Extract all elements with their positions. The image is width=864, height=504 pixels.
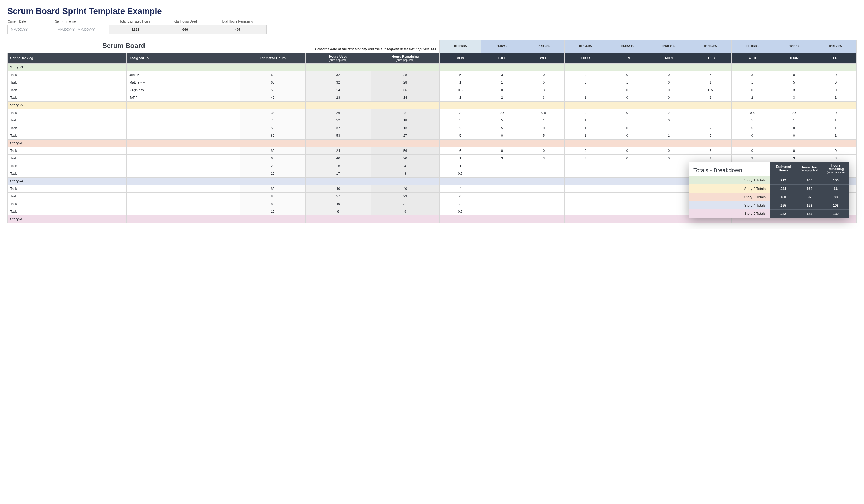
hours-cell[interactable]: 3 xyxy=(523,86,564,94)
hours-cell[interactable] xyxy=(607,170,648,177)
hours-cell[interactable]: 5 xyxy=(732,124,773,132)
hours-cell[interactable]: 1 xyxy=(439,94,481,101)
hours-cell[interactable]: 1 xyxy=(732,79,773,86)
task-name-cell[interactable]: Task xyxy=(8,71,127,79)
task-name-cell[interactable]: Task xyxy=(8,192,127,200)
estimated-cell[interactable]: 34 xyxy=(240,109,305,117)
estimated-cell[interactable]: 60 xyxy=(240,155,305,162)
hours-cell[interactable]: 0 xyxy=(648,155,689,162)
hours-cell[interactable]: 0 xyxy=(773,71,815,79)
hours-cell[interactable]: 0 xyxy=(648,94,689,101)
hours-cell[interactable]: 0 xyxy=(815,109,856,117)
hours-cell[interactable]: 5 xyxy=(689,132,731,139)
hours-cell[interactable]: 6 xyxy=(689,147,731,155)
estimated-cell[interactable]: 50 xyxy=(240,124,305,132)
assigned-cell[interactable] xyxy=(127,200,240,208)
hours-cell[interactable]: 5 xyxy=(523,79,564,86)
hours-cell[interactable]: 1 xyxy=(564,132,606,139)
task-name-cell[interactable]: Task xyxy=(8,162,127,170)
hours-cell[interactable]: 1 xyxy=(815,117,856,124)
task-name-cell[interactable]: Task xyxy=(8,109,127,117)
hours-cell[interactable]: 0 xyxy=(648,86,689,94)
hours-cell[interactable]: 1 xyxy=(439,162,481,170)
hours-cell[interactable]: 1 xyxy=(564,94,606,101)
assigned-cell[interactable] xyxy=(127,117,240,124)
hours-cell[interactable]: 0 xyxy=(773,132,815,139)
hours-cell[interactable]: 1 xyxy=(607,117,648,124)
hours-cell[interactable]: 3 xyxy=(439,109,481,117)
hours-cell[interactable]: 0.5 xyxy=(439,208,481,215)
estimated-cell[interactable]: 60 xyxy=(240,79,305,86)
hours-cell[interactable]: 5 xyxy=(481,124,523,132)
current-date-input[interactable]: MM/DD/YY xyxy=(7,25,55,34)
hours-cell[interactable]: 1 xyxy=(564,124,606,132)
hours-cell[interactable]: 0 xyxy=(523,71,564,79)
hours-cell[interactable]: 0 xyxy=(607,132,648,139)
hours-cell[interactable]: 0 xyxy=(481,132,523,139)
hours-cell[interactable]: 1 xyxy=(815,94,856,101)
hours-cell[interactable] xyxy=(523,208,564,215)
hours-cell[interactable]: 5 xyxy=(523,132,564,139)
assigned-cell[interactable]: John K xyxy=(127,71,240,79)
task-name-cell[interactable]: Task xyxy=(8,208,127,215)
hours-cell[interactable]: 3 xyxy=(732,155,773,162)
hours-cell[interactable]: 3 xyxy=(523,155,564,162)
hours-cell[interactable]: 0 xyxy=(648,117,689,124)
hours-cell[interactable]: 3 xyxy=(773,155,815,162)
hours-cell[interactable]: 1 xyxy=(607,79,648,86)
assigned-cell[interactable] xyxy=(127,162,240,170)
hours-cell[interactable]: 3 xyxy=(773,86,815,94)
hours-cell[interactable]: 0 xyxy=(815,79,856,86)
hours-cell[interactable] xyxy=(564,200,606,208)
assigned-cell[interactable] xyxy=(127,109,240,117)
assigned-cell[interactable] xyxy=(127,155,240,162)
task-name-cell[interactable]: Task xyxy=(8,117,127,124)
task-name-cell[interactable]: Task xyxy=(8,155,127,162)
hours-cell[interactable]: 0 xyxy=(564,71,606,79)
hours-cell[interactable]: 5 xyxy=(689,71,731,79)
hours-cell[interactable]: 5 xyxy=(439,71,481,79)
hours-cell[interactable]: 2 xyxy=(689,124,731,132)
hours-cell[interactable] xyxy=(648,170,689,177)
hours-cell[interactable] xyxy=(648,208,689,215)
hours-cell[interactable]: 0 xyxy=(607,124,648,132)
assigned-cell[interactable] xyxy=(127,170,240,177)
task-name-cell[interactable]: Task xyxy=(8,86,127,94)
hours-cell[interactable]: 0.5 xyxy=(773,109,815,117)
hours-cell[interactable]: 0 xyxy=(481,86,523,94)
task-name-cell[interactable]: Task xyxy=(8,132,127,139)
hours-cell[interactable] xyxy=(564,208,606,215)
hours-cell[interactable]: 0 xyxy=(815,86,856,94)
hours-cell[interactable]: 0.5 xyxy=(481,109,523,117)
hours-cell[interactable]: 0 xyxy=(523,124,564,132)
hours-cell[interactable] xyxy=(607,208,648,215)
hours-cell[interactable]: 3 xyxy=(815,155,856,162)
task-name-cell[interactable]: Task xyxy=(8,200,127,208)
hours-cell[interactable]: 0 xyxy=(564,147,606,155)
estimated-cell[interactable]: 80 xyxy=(240,185,305,192)
hours-cell[interactable]: 0 xyxy=(523,147,564,155)
hours-cell[interactable] xyxy=(648,185,689,192)
hours-cell[interactable]: 0 xyxy=(607,155,648,162)
hours-cell[interactable]: 0 xyxy=(815,147,856,155)
sprint-timeline-input[interactable]: MM/DD/YY - MM/DD/YY xyxy=(55,25,109,34)
hours-cell[interactable]: 0 xyxy=(564,79,606,86)
hours-cell[interactable]: 1 xyxy=(439,155,481,162)
hours-cell[interactable]: 0 xyxy=(773,147,815,155)
hours-cell[interactable]: 3 xyxy=(481,155,523,162)
hours-cell[interactable]: 1 xyxy=(689,79,731,86)
estimated-cell[interactable]: 80 xyxy=(240,192,305,200)
hours-cell[interactable] xyxy=(564,162,606,170)
hours-cell[interactable]: 4 xyxy=(439,185,481,192)
estimated-cell[interactable]: 80 xyxy=(240,147,305,155)
hours-cell[interactable]: 5 xyxy=(439,117,481,124)
hours-cell[interactable]: 1 xyxy=(773,117,815,124)
hours-cell[interactable]: 3 xyxy=(689,109,731,117)
hours-cell[interactable]: 3 xyxy=(564,155,606,162)
estimated-cell[interactable]: 20 xyxy=(240,170,305,177)
hours-cell[interactable] xyxy=(481,185,523,192)
hours-cell[interactable]: 2 xyxy=(439,200,481,208)
assigned-cell[interactable] xyxy=(127,185,240,192)
hours-cell[interactable]: 1 xyxy=(689,94,731,101)
hours-cell[interactable] xyxy=(523,200,564,208)
